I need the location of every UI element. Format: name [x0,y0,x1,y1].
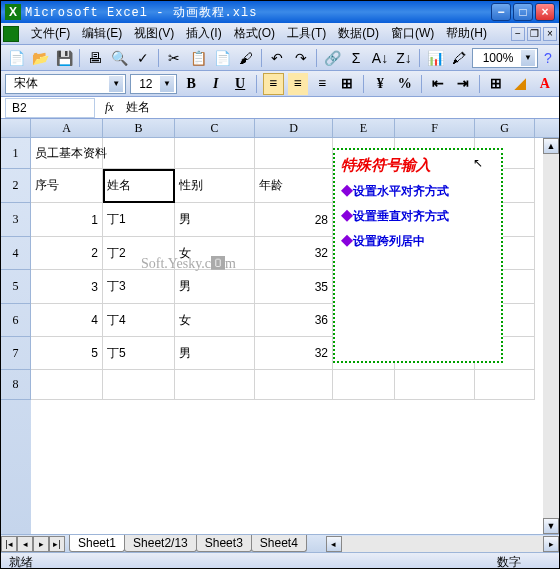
fontsize-combo[interactable]: 12 ▼ [130,74,177,94]
cell[interactable]: 36 [255,304,333,337]
select-all-corner[interactable] [1,119,31,137]
cell[interactable]: 28 [255,203,333,237]
indent-dec-button[interactable]: ⇤ [428,73,448,95]
cell[interactable]: 男 [175,337,255,370]
indent-inc-button[interactable]: ⇥ [452,73,472,95]
fx-label[interactable]: fx [99,100,120,115]
chart-icon[interactable]: 📊 [424,47,446,69]
menu-file[interactable]: 文件(F) [25,23,76,44]
col-head[interactable]: C [175,119,255,137]
close-button[interactable]: × [535,3,555,21]
preview-icon[interactable]: 🔍 [108,47,130,69]
new-icon[interactable]: 📄 [5,47,27,69]
tab-prev-icon[interactable]: ◂ [17,536,33,552]
minimize-button[interactable]: − [491,3,511,21]
cell[interactable] [395,370,475,400]
align-center-button[interactable]: ≡ [288,73,308,95]
tab-next-icon[interactable]: ▸ [33,536,49,552]
col-head[interactable]: F [395,119,475,137]
cell[interactable] [31,370,103,400]
col-head[interactable]: B [103,119,175,137]
cell[interactable]: 年龄 [255,169,333,203]
borders-button[interactable]: ⊞ [486,73,506,95]
row-head[interactable]: 5 [1,270,31,304]
doc-close[interactable]: × [543,27,557,41]
cell[interactable]: 1 [31,203,103,237]
zoom-combo[interactable]: 100% ▼ [472,48,538,68]
row-head[interactable]: 7 [1,337,31,370]
cell[interactable]: 3 [31,270,103,304]
cell[interactable]: 女 [175,237,255,270]
sort-desc-icon[interactable]: Z↓ [393,47,415,69]
row-head[interactable]: 8 [1,370,31,400]
spell-icon[interactable]: ✓ [132,47,154,69]
italic-button[interactable]: I [206,73,226,95]
cell[interactable]: 性别 [175,169,255,203]
menu-insert[interactable]: 插入(I) [180,23,227,44]
font-color-button[interactable]: A [535,73,555,95]
cell[interactable] [333,370,395,400]
cell[interactable]: 32 [255,337,333,370]
scroll-down-icon[interactable]: ▼ [543,518,559,534]
menu-data[interactable]: 数据(D) [332,23,385,44]
sheet-tab[interactable]: Sheet1 [69,535,125,552]
tab-first-icon[interactable]: |◂ [1,536,17,552]
name-box[interactable]: B2 [5,98,95,118]
cell[interactable]: 35 [255,270,333,304]
bold-button[interactable]: B [181,73,201,95]
sheet-tab[interactable]: Sheet2/13 [124,535,197,552]
font-combo[interactable]: 宋体 ▼ [5,74,126,94]
cell[interactable]: 丁5 [103,337,175,370]
cell[interactable]: 男 [175,270,255,304]
doc-minimize[interactable]: − [511,27,525,41]
cell[interactable] [255,370,333,400]
col-head[interactable]: D [255,119,333,137]
cell[interactable]: 员工基本资料 [31,138,103,169]
help-icon[interactable]: ? [541,51,555,65]
cell[interactable]: 丁4 [103,304,175,337]
cell[interactable]: 丁3 [103,270,175,304]
horizontal-scrollbar[interactable]: ◂ ▸ [326,536,559,552]
cell[interactable]: 32 [255,237,333,270]
menu-help[interactable]: 帮助(H) [440,23,493,44]
open-icon[interactable]: 📂 [29,47,51,69]
maximize-button[interactable]: □ [513,3,533,21]
scroll-up-icon[interactable]: ▲ [543,138,559,154]
drawing-icon[interactable]: 🖍 [448,47,470,69]
save-icon[interactable]: 💾 [53,47,75,69]
undo-icon[interactable]: ↶ [266,47,288,69]
chevron-down-icon[interactable]: ▼ [109,76,123,92]
cell[interactable] [103,370,175,400]
sort-asc-icon[interactable]: A↓ [369,47,391,69]
align-left-button[interactable]: ≡ [263,73,284,95]
cell[interactable]: 女 [175,304,255,337]
col-head[interactable]: A [31,119,103,137]
format-painter-icon[interactable]: 🖌 [235,47,257,69]
paste-icon[interactable]: 📄 [211,47,233,69]
tab-last-icon[interactable]: ▸| [49,536,65,552]
menu-view[interactable]: 视图(V) [128,23,180,44]
link-icon[interactable]: 🔗 [321,47,343,69]
scroll-left-icon[interactable]: ◂ [326,536,342,552]
row-head[interactable]: 6 [1,304,31,337]
col-head[interactable]: G [475,119,535,137]
sheet-tab[interactable]: Sheet3 [196,535,252,552]
cell[interactable] [103,138,175,169]
formula-value[interactable]: 姓名 [120,99,156,116]
fill-color-button[interactable]: ◢ [510,73,530,95]
sheet-tab[interactable]: Sheet4 [251,535,307,552]
cell[interactable]: 姓名 [103,169,175,203]
chevron-down-icon[interactable]: ▼ [160,76,174,92]
align-right-button[interactable]: ≡ [312,73,332,95]
doc-restore[interactable]: ❐ [527,27,541,41]
cell[interactable]: 序号 [31,169,103,203]
row-head[interactable]: 1 [1,138,31,169]
cell[interactable]: 5 [31,337,103,370]
cell[interactable]: 2 [31,237,103,270]
chevron-down-icon[interactable]: ▼ [521,50,535,66]
row-head[interactable]: 3 [1,203,31,237]
cell[interactable]: 丁2 [103,237,175,270]
menu-format[interactable]: 格式(O) [228,23,281,44]
cell[interactable]: 丁1 [103,203,175,237]
row-head[interactable]: 4 [1,237,31,270]
